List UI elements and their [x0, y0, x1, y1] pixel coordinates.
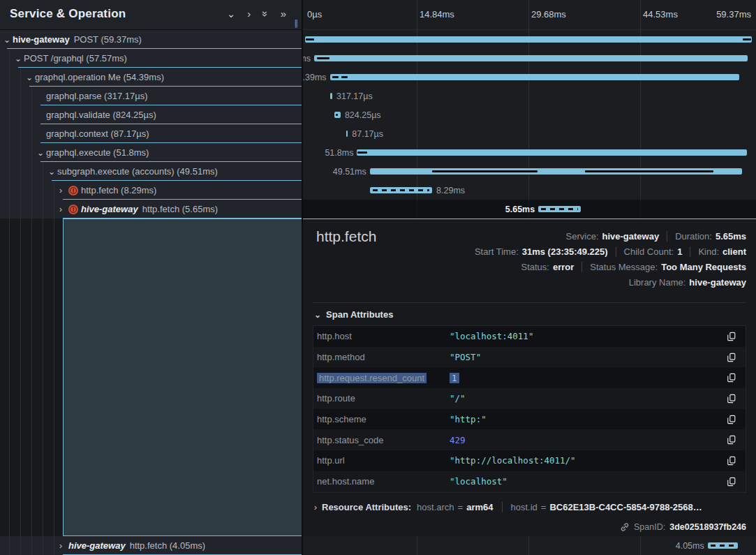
resource-item: host.arch=arm64: [417, 502, 493, 512]
expand-chevron-icon[interactable]: ⌄: [3, 36, 13, 43]
span-bar[interactable]: [330, 93, 332, 99]
resource-attributes-row[interactable]: › Resource Attributes: host.arch=arm64ho…: [314, 502, 702, 512]
timeline-row: 4.05ms: [303, 536, 756, 555]
span-tree-row[interactable]: ⌄ subgraph.execute (accounts) (49.51ms): [0, 162, 302, 181]
resource-items: host.arch=arm64host.id=BC62E13B-C4CC-585…: [417, 502, 702, 512]
ruler-tick: 14.84ms: [420, 9, 454, 20]
copy-icon[interactable]: [725, 353, 739, 362]
copy-icon[interactable]: [725, 477, 739, 487]
span-tree-row[interactable]: › hive-gateway http.fetch (4.05ms): [0, 536, 302, 555]
span-bar[interactable]: [314, 55, 748, 61]
span-operation-label: graphql.validate (824.25µs): [46, 110, 156, 120]
span-tree-row[interactable]: › http.fetch (8.29ms): [0, 181, 302, 200]
span-tree-row[interactable]: ⌄ graphql.execute (51.8ms): [0, 143, 302, 162]
timeline-rows: 57.57ms 54.39ms 317.17µs 824.25µs 87.17µ…: [303, 30, 756, 219]
meta-line: Status:errorStatus Message:Too Many Requ…: [521, 259, 747, 274]
meta-label: Duration:: [675, 231, 712, 242]
expand-chevron-icon[interactable]: ›: [59, 542, 68, 549]
span-bar[interactable]: [370, 168, 743, 175]
span-bar[interactable]: [305, 36, 752, 43]
attribute-value: "http://localhost:4011/": [450, 455, 725, 466]
span-bar[interactable]: [357, 149, 746, 156]
attribute-row: http.route "/": [313, 388, 746, 409]
copy-icon[interactable]: [725, 373, 739, 383]
detail-divider: [313, 302, 746, 303]
span-id-value: 3de02518937fb246: [669, 522, 746, 532]
copy-icon[interactable]: [725, 435, 739, 445]
double-chevron-down-icon[interactable]: »: [259, 11, 272, 17]
resource-key: host.id: [511, 502, 538, 512]
copy-icon[interactable]: [725, 456, 739, 466]
link-icon[interactable]: [620, 522, 630, 532]
meta-label: Status:: [521, 262, 549, 272]
child-span-mark: [357, 151, 367, 154]
attribute-value: 429: [450, 435, 725, 445]
child-span-mark: [743, 38, 751, 40]
attribute-row: http.scheme "http:": [313, 409, 746, 430]
span-service-name: hive-gateway: [68, 540, 126, 551]
ruler-tick: 0µs: [307, 9, 322, 20]
meta-item: Service:hive-gateway: [566, 231, 660, 242]
tree-toolbar: ⌄ › » »: [227, 8, 286, 20]
timeline-row: 5.65ms: [303, 200, 756, 219]
expand-chevron-icon[interactable]: ›: [59, 187, 68, 194]
span-bar[interactable]: [708, 542, 739, 549]
chevron-right-icon[interactable]: ›: [247, 8, 251, 20]
meta-label: Status Message:: [590, 262, 658, 272]
span-tree-rows: ⌄ hive-gateway POST (59.37ms) ⌄ POST /gr…: [0, 30, 302, 219]
span-tree-row[interactable]: graphql.validate (824.25µs): [0, 105, 302, 124]
span-attributes-header[interactable]: ⌄ Span Attributes: [314, 309, 393, 320]
meta-line: Library Name:hive-gateway: [629, 274, 746, 290]
resource-value: BC62E13B-C4CC-5854-9788-2568…: [549, 502, 702, 512]
ruler-tick: 59.37ms: [716, 9, 751, 20]
meta-value: error: [553, 262, 574, 272]
span-tree-row[interactable]: ⌄ graphql.operation Me (54.39ms): [0, 68, 302, 87]
attribute-row: http.url "http://localhost:4011/": [313, 450, 746, 471]
double-chevron-right-icon[interactable]: »: [281, 8, 286, 20]
span-bar[interactable]: [346, 131, 348, 137]
span-duration-label: 49.51ms: [333, 167, 366, 177]
span-operation-label: http.fetch (5.65ms): [142, 204, 218, 214]
chevron-down-icon[interactable]: ⌄: [227, 8, 236, 20]
meta-item: Status:error: [521, 262, 575, 272]
meta-label: Kind:: [698, 246, 719, 257]
copy-icon[interactable]: [725, 415, 739, 424]
span-duration-label: 5.65ms: [505, 205, 535, 214]
detail-span-title: http.fetch: [316, 228, 376, 245]
span-tree-row[interactable]: › hive-gateway http.fetch (5.65ms): [0, 200, 302, 219]
meta-label: Service:: [566, 231, 599, 242]
span-tree-row[interactable]: ⌄ hive-gateway POST (59.37ms): [0, 30, 302, 49]
copy-icon[interactable]: [725, 394, 739, 404]
expand-chevron-icon[interactable]: ⌄: [48, 168, 57, 175]
timeline-row: 57.57ms: [303, 49, 756, 68]
resource-key: host.arch: [417, 502, 454, 512]
attribute-row: http.method "POST": [313, 347, 746, 368]
span-operation-label: graphql.operation Me (54.39ms): [35, 72, 164, 82]
meta-value: hive-gateway: [689, 277, 746, 288]
resource-value: arm64: [466, 502, 493, 512]
span-id-row: SpanID: 3de02518937fb246: [620, 522, 746, 532]
detail-meta: Service:hive-gatewayDuration:5.65msStart…: [475, 228, 746, 290]
span-detail-panel: http.fetch Service:hive-gatewayDuration:…: [303, 219, 756, 536]
span-tree-row[interactable]: graphql.parse (317.17µs): [0, 87, 302, 105]
span-bar[interactable]: [538, 206, 581, 212]
trace-viewer: Service & Operation ⌄ › » » ∥ ⌄ hive-gat…: [0, 0, 756, 555]
span-bar[interactable]: [334, 112, 341, 118]
child-span-mark: [306, 38, 314, 40]
timeline-row: 49.51ms: [303, 162, 756, 181]
span-tree-row[interactable]: ⌄ POST /graphql (57.57ms): [0, 49, 302, 68]
expand-chevron-icon[interactable]: ⌄: [37, 149, 46, 156]
span-attributes-table: http.host "localhost:4011" http.method "…: [313, 325, 746, 493]
expand-chevron-icon[interactable]: ⌄: [15, 55, 24, 62]
pane-resize-handle[interactable]: ∥: [294, 18, 299, 28]
span-bar[interactable]: [370, 187, 432, 193]
expand-chevron-icon[interactable]: ⌄: [26, 74, 35, 81]
span-bar[interactable]: [330, 74, 739, 80]
pane-title: Service & Operation: [10, 7, 126, 21]
expand-chevron-icon[interactable]: ›: [59, 206, 68, 213]
span-operation-label: http.fetch (8.29ms): [81, 185, 156, 195]
attribute-value: "localhost": [450, 476, 725, 487]
span-tree-row[interactable]: graphql.context (87.17µs): [0, 124, 302, 143]
attribute-key: http.route: [317, 393, 450, 404]
copy-icon[interactable]: [725, 332, 739, 341]
